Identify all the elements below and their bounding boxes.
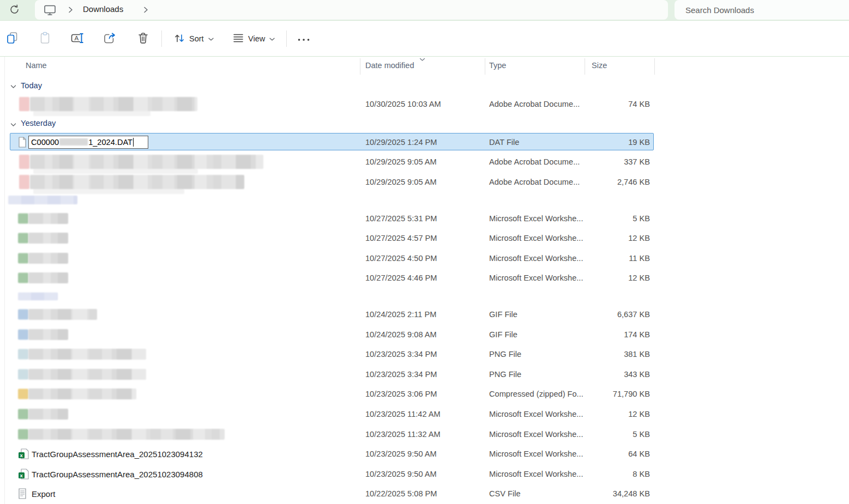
file-row[interactable]: 10/29/2025 9:05 AM Adobe Acrobat Docume.…	[0, 152, 849, 172]
size-cell: 71,790 KB	[563, 390, 650, 398]
file-list-pane: Name Date modified Type Size Today 10/30…	[0, 57, 849, 504]
breadcrumb-downloads[interactable]: Downloads	[83, 4, 123, 14]
file-row[interactable]: 10/23/2025 3:34 PM PNG File 343 KB	[0, 365, 849, 385]
date-modified-cell: 10/27/2025 4:50 PM	[365, 254, 437, 263]
sort-label: Sort	[189, 34, 204, 43]
search-box	[675, 0, 849, 20]
group-header-yesterday[interactable]: Yesterday	[0, 114, 849, 132]
file-row[interactable]: 10/27/2025 5:31 PM Microsoft Excel Works…	[0, 208, 849, 228]
size-cell: 12 KB	[563, 234, 650, 242]
file-row[interactable]	[0, 192, 849, 208]
excel-file-icon	[18, 429, 28, 439]
size-cell: 5 KB	[563, 430, 650, 439]
file-row[interactable]: 10/23/2025 3:06 PM Compressed (zipped) F…	[0, 384, 849, 404]
delete-button[interactable]	[131, 28, 155, 49]
rename-icon: A	[70, 32, 85, 46]
date-modified-cell: 10/29/2025 9:05 AM	[365, 178, 437, 186]
date-modified-cell: 10/23/2025 11:42 AM	[365, 410, 441, 418]
file-row-selected[interactable]: C00000 1_2024.DAT 10/29/2025 1:24 PM DAT…	[0, 132, 849, 153]
column-divider[interactable]	[360, 58, 360, 75]
png-file-icon	[18, 349, 28, 360]
size-cell: 5 KB	[563, 214, 650, 223]
redacted-file-name	[28, 349, 146, 360]
view-icon	[232, 33, 244, 45]
rename-button[interactable]: A	[65, 28, 89, 49]
view-label: View	[248, 34, 265, 43]
sort-button[interactable]: Sort	[169, 28, 219, 49]
size-cell: 381 KB	[563, 350, 650, 359]
excel-file-icon	[18, 213, 28, 223]
date-modified-cell: 10/29/2025 9:05 AM	[365, 157, 437, 166]
file-row[interactable]: 10/23/2025 11:42 AM Microsoft Excel Work…	[0, 404, 849, 424]
file-row[interactable]: Export 10/22/2025 5:08 PM CSV File 34,24…	[0, 484, 849, 504]
column-divider[interactable]	[585, 58, 585, 75]
refresh-button[interactable]	[7, 3, 22, 17]
size-cell: 19 KB	[563, 138, 650, 147]
chevron-right-icon	[68, 6, 73, 16]
file-row[interactable]: 10/24/2025 2:11 PM GIF File 6,637 KB	[0, 305, 849, 325]
window-top-bar: Downloads	[0, 0, 849, 21]
file-row[interactable]: x TractGroupAssessmentArea_2025102309480…	[0, 464, 849, 484]
date-modified-cell: 10/24/2025 9:08 AM	[365, 330, 437, 339]
column-header-date-modified[interactable]: Date modified	[365, 61, 414, 70]
column-divider[interactable]	[485, 58, 485, 75]
file-row[interactable]: 10/27/2025 4:46 PM Microsoft Excel Works…	[0, 268, 849, 288]
file-row[interactable]: 10/29/2025 9:05 AM Adobe Acrobat Docume.…	[0, 172, 849, 192]
redacted-file-name	[18, 292, 58, 300]
file-row[interactable]	[0, 288, 849, 305]
paste-button[interactable]	[33, 28, 57, 49]
column-header-name[interactable]: Name	[26, 61, 47, 70]
pdf-file-icon	[19, 155, 29, 169]
gif-file-icon	[18, 309, 28, 320]
group-header-today[interactable]: Today	[0, 76, 849, 94]
file-row[interactable]: x TractGroupAssessmentArea_2025102309413…	[0, 444, 849, 464]
redacted-file-name	[8, 196, 77, 204]
date-modified-cell: 10/23/2025 11:32 AM	[365, 430, 441, 439]
file-row[interactable]: 10/23/2025 3:34 PM PNG File 381 KB	[0, 344, 849, 365]
date-modified-cell: 10/23/2025 9:50 AM	[365, 470, 437, 478]
column-header-type[interactable]: Type	[489, 61, 506, 70]
file-row[interactable]: 10/27/2025 4:57 PM Microsoft Excel Works…	[0, 228, 849, 248]
date-modified-cell: 10/24/2025 2:11 PM	[365, 310, 436, 319]
date-modified-cell: 10/30/2025 10:03 AM	[365, 100, 441, 108]
file-rows: Today 10/30/2025 10:03 AM Adobe Acrobat …	[0, 76, 849, 504]
size-cell: 11 KB	[563, 254, 650, 263]
column-header-size[interactable]: Size	[592, 61, 607, 70]
search-input[interactable]	[684, 0, 839, 20]
rename-text-suffix: 1_2024.DAT	[88, 138, 133, 147]
redacted-file-name	[28, 409, 68, 420]
copy-button[interactable]	[0, 28, 24, 49]
this-pc-icon[interactable]	[44, 4, 56, 18]
chevron-down-icon	[269, 35, 275, 43]
column-header-row: Name Date modified Type Size	[0, 57, 849, 76]
zip-file-icon	[18, 389, 28, 399]
refresh-icon	[9, 9, 20, 17]
delete-icon	[137, 32, 149, 46]
size-cell: 343 KB	[563, 370, 650, 379]
chevron-right-icon[interactable]	[143, 6, 148, 16]
size-cell: 8 KB	[563, 470, 650, 478]
file-row[interactable]: 10/24/2025 9:08 AM GIF File 174 KB	[0, 324, 849, 344]
size-cell: 34,248 KB	[563, 489, 650, 498]
view-button[interactable]: View	[228, 28, 280, 49]
redacted-file-name	[28, 329, 68, 340]
column-divider[interactable]	[654, 58, 655, 75]
file-row[interactable]: 10/30/2025 10:03 AM Adobe Acrobat Docume…	[0, 94, 849, 114]
svg-text:x: x	[20, 472, 23, 478]
redacted-file-name	[28, 309, 97, 320]
pdf-file-icon	[19, 97, 29, 111]
file-row[interactable]: 10/23/2025 11:32 AM Microsoft Excel Work…	[0, 424, 849, 444]
size-cell: 74 KB	[563, 100, 650, 108]
file-row[interactable]: 10/27/2025 4:50 PM Microsoft Excel Works…	[0, 248, 849, 269]
size-cell: 64 KB	[563, 450, 650, 458]
excel-file-icon	[18, 409, 28, 420]
type-cell: GIF File	[489, 310, 517, 319]
more-button[interactable]	[292, 28, 316, 49]
rename-input[interactable]: C00000 1_2024.DAT	[28, 136, 148, 149]
svg-text:A: A	[75, 35, 79, 41]
type-cell: CSV File	[489, 489, 521, 498]
date-modified-cell: 10/23/2025 3:06 PM	[365, 390, 437, 398]
share-button[interactable]	[98, 28, 122, 49]
address-bar[interactable]: Downloads	[35, 0, 668, 20]
sort-icon	[173, 33, 185, 45]
